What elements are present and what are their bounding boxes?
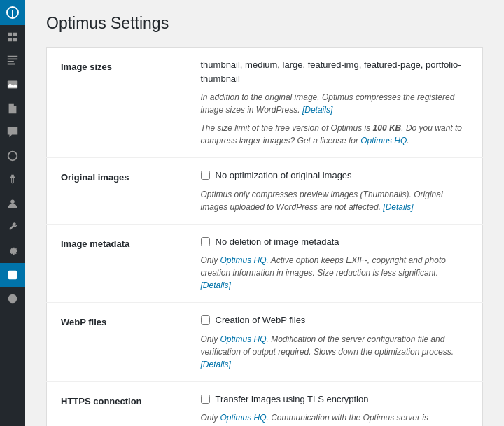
original-images-checkbox-label[interactable]: No optimization of original images	[216, 169, 352, 183]
label-webp-files: WebP files	[47, 303, 187, 382]
image-sizes-desc2: The size limit of the free version of Op…	[201, 122, 469, 147]
sidebar-item-optimus[interactable]	[0, 263, 25, 287]
original-images-checkbox[interactable]	[201, 171, 210, 180]
optimus-hq-link-4[interactable]: Optimus HQ	[220, 413, 267, 423]
content-image-metadata: No deletion of image metadata Only Optim…	[187, 224, 483, 303]
original-images-details-link[interactable]: [Details]	[383, 202, 413, 212]
content-image-sizes: thumbnail, medium, large, featured-img, …	[187, 48, 483, 158]
label-image-metadata: Image metadata	[47, 224, 187, 303]
image-metadata-checkbox-label[interactable]: No deletion of image metadata	[216, 235, 340, 249]
sidebar-item-comments[interactable]	[0, 120, 25, 144]
webp-files-checkbox-label[interactable]: Creation of WebP files	[216, 313, 306, 327]
original-images-desc: Optimus only compresses preview images (…	[201, 188, 469, 213]
sidebar-item-play[interactable]	[0, 287, 25, 311]
settings-row-image-metadata: Image metadata No deletion of image meta…	[47, 224, 483, 303]
optimus-hq-link-1[interactable]: Optimus HQ	[360, 136, 407, 145]
sidebar-logo[interactable]	[0, 0, 25, 25]
settings-table: Image sizes thumbnail, medium, large, fe…	[46, 47, 483, 426]
sidebar-item-pages[interactable]	[0, 97, 25, 120]
sidebar-item-dashboard[interactable]	[0, 25, 25, 49]
webp-files-desc: Only Optimus HQ. Modification of the ser…	[201, 333, 469, 371]
webp-files-details-link[interactable]: [Details]	[201, 360, 231, 369]
sidebar-item-settings[interactable]	[0, 239, 25, 263]
sidebar-item-users[interactable]	[0, 192, 25, 215]
webp-files-checkbox[interactable]	[201, 315, 210, 325]
image-sizes-details-link[interactable]: [Details]	[302, 105, 332, 115]
label-https-connection: HTTPS connection	[47, 381, 187, 426]
svg-rect-2	[8, 271, 18, 280]
settings-row-https-connection: HTTPS connection Transfer images using T…	[47, 381, 483, 426]
https-connection-checkbox-label[interactable]: Transfer images using TLS encryption	[216, 392, 369, 406]
optimus-hq-link-2[interactable]: Optimus HQ	[220, 255, 267, 265]
webp-files-checkbox-row: Creation of WebP files	[201, 313, 469, 327]
original-images-checkbox-row: No optimization of original images	[201, 169, 469, 183]
content-https-connection: Transfer images using TLS encryption Onl…	[187, 381, 483, 426]
label-original-images: Original images	[47, 158, 187, 225]
content-original-images: No optimization of original images Optim…	[187, 158, 483, 225]
sidebar-item-posts[interactable]	[0, 49, 25, 73]
sidebar-item-tools[interactable]	[0, 215, 25, 239]
sidebar-item-media[interactable]	[0, 73, 25, 97]
settings-row-original-images: Original images No optimization of origi…	[47, 158, 483, 225]
sidebar-item-plugins[interactable]	[0, 168, 25, 192]
image-sizes-value: thumbnail, medium, large, featured-img, …	[201, 58, 469, 85]
main-content: Optimus Settings Image sizes thumbnail, …	[25, 0, 504, 426]
sidebar	[0, 0, 25, 426]
optimus-hq-link-3[interactable]: Optimus HQ	[220, 334, 267, 344]
settings-row-webp-files: WebP files Creation of WebP files Only O…	[47, 303, 483, 382]
image-metadata-desc: Only Optimus HQ. Active option keeps EXI…	[201, 254, 469, 292]
image-metadata-checkbox-row: No deletion of image metadata	[201, 235, 469, 249]
image-metadata-details-link[interactable]: [Details]	[201, 281, 231, 290]
image-sizes-desc1: In addition to the original image, Optim…	[201, 91, 469, 116]
label-image-sizes: Image sizes	[47, 48, 187, 158]
image-metadata-checkbox[interactable]	[201, 237, 210, 246]
svg-point-1	[10, 200, 14, 204]
page-title: Optimus Settings	[46, 14, 483, 33]
content-webp-files: Creation of WebP files Only Optimus HQ. …	[187, 303, 483, 382]
settings-row-image-sizes: Image sizes thumbnail, medium, large, fe…	[47, 48, 483, 158]
sidebar-item-appearance[interactable]	[0, 144, 25, 168]
https-connection-checkbox[interactable]	[201, 395, 210, 404]
https-connection-checkbox-row: Transfer images using TLS encryption	[201, 392, 469, 406]
https-connection-desc: Only Optimus HQ. Communication with the …	[201, 411, 469, 426]
